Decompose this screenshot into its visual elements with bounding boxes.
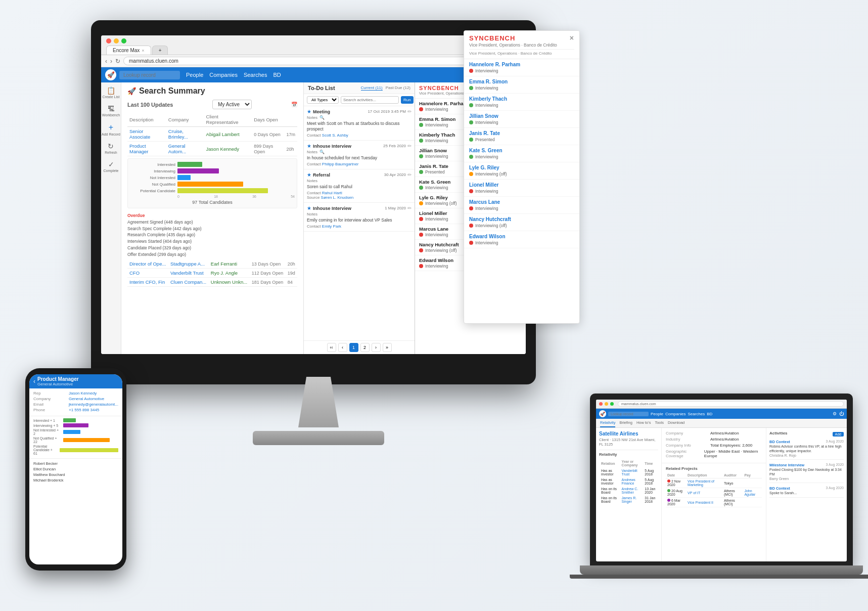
page-2-btn[interactable]: 2 bbox=[360, 343, 370, 352]
address-bar[interactable]: mammatus.cluen.com bbox=[123, 57, 495, 65]
syncbench-person-name[interactable]: Janis R. Tate bbox=[469, 130, 574, 136]
syncbench-person-name[interactable]: Marcus Lane bbox=[469, 199, 574, 205]
current-tab[interactable]: Current (11) bbox=[361, 85, 383, 91]
refresh-btn[interactable]: ↻ Refresh bbox=[105, 142, 117, 154]
row1-description[interactable]: Senior Associate bbox=[129, 128, 150, 140]
extra-row2-company[interactable]: Vanderbilt Trust bbox=[170, 270, 204, 276]
laptop-nav-companies[interactable]: Companies bbox=[665, 412, 686, 416]
next-last-btn[interactable]: » bbox=[383, 343, 392, 352]
syncbench-person-name[interactable]: Hannelore R. Parham bbox=[469, 62, 574, 67]
contact-link-4[interactable]: Emily Park bbox=[322, 224, 341, 229]
extra-row3-company[interactable]: Cluen Compan... bbox=[170, 279, 206, 285]
nav-searches[interactable]: Searches bbox=[244, 72, 267, 78]
laptop-nav-bd[interactable]: BD bbox=[707, 412, 712, 416]
row1-company[interactable]: Cruise, Brimley... bbox=[168, 128, 188, 140]
laptop-power-icon[interactable]: ⏻ bbox=[839, 411, 844, 416]
row2-company[interactable]: General Autom... bbox=[168, 143, 186, 154]
phone-back-btn[interactable]: ‹ bbox=[33, 378, 35, 385]
syncbench-ext-close-btn[interactable]: × bbox=[570, 34, 574, 42]
syncbench-person-name[interactable]: Kate S. Green bbox=[469, 148, 574, 153]
laptop-tab-briefing[interactable]: Briefing bbox=[619, 419, 632, 427]
contact-link-3[interactable]: Rahul Hartl bbox=[322, 191, 342, 195]
type-filter-select[interactable]: All Types bbox=[307, 96, 339, 104]
laptop-close-dot[interactable] bbox=[599, 402, 603, 406]
laptop-tab-tools[interactable]: Tools bbox=[655, 419, 664, 427]
row2-description[interactable]: Product Manager bbox=[129, 143, 149, 154]
maximize-dot[interactable] bbox=[121, 38, 126, 43]
workbench-btn[interactable]: 🏗 Workbench bbox=[102, 105, 120, 117]
laptop-tab-relativity[interactable]: Relativity bbox=[600, 419, 615, 427]
create-list-btn[interactable]: 📋 Create List bbox=[103, 86, 120, 99]
add-record-btn[interactable]: + Add Record bbox=[102, 123, 120, 136]
past-due-tab[interactable]: Past Due (12) bbox=[386, 85, 410, 91]
rel-company-2[interactable]: Andrews Finance bbox=[622, 478, 635, 485]
syncbench-person-name[interactable]: Lyle G. Riley bbox=[469, 165, 574, 170]
status-label-desktop: Interviewing (off) bbox=[425, 248, 457, 253]
row1-rep[interactable]: Abigail Lambert bbox=[206, 132, 240, 137]
extra-row2-desc[interactable]: CFO bbox=[129, 270, 140, 276]
filter-dropdown[interactable]: My Active bbox=[212, 100, 252, 109]
contact-link-2[interactable]: Philipp Baumgartner bbox=[322, 162, 358, 166]
rel-company-3[interactable]: Andrew C. Smither bbox=[622, 487, 638, 494]
browser-traffic-lights bbox=[106, 38, 521, 43]
proj-desc-2[interactable]: VP of IT bbox=[688, 491, 700, 495]
extra-row3-desc[interactable]: Interim CFO, Fin bbox=[129, 279, 165, 285]
syncbench-person-name[interactable]: Edward Wilson bbox=[469, 234, 574, 239]
nav-people[interactable]: People bbox=[186, 72, 203, 78]
active-tab[interactable]: Encore Max × bbox=[106, 46, 151, 55]
edit-icon-2[interactable]: ✏ bbox=[407, 143, 412, 149]
extra-row1-company[interactable]: Stadtgruppe A... bbox=[170, 261, 205, 267]
todo-search-input[interactable] bbox=[341, 96, 399, 104]
lookup-input[interactable] bbox=[119, 71, 180, 79]
syncbench-person-name[interactable]: Kimberly Thach bbox=[469, 96, 574, 102]
run-button[interactable]: Run bbox=[401, 96, 414, 104]
source-link-3[interactable]: Søren L. Knudsen bbox=[321, 195, 353, 200]
new-tab-btn[interactable]: + bbox=[152, 46, 168, 55]
syncbench-person-name[interactable]: Nancy Hutchcraft bbox=[469, 216, 574, 222]
extra-row1-rep[interactable]: Earl Ferranti bbox=[211, 261, 237, 267]
laptop-nav-people[interactable]: People bbox=[651, 412, 663, 416]
syncbench-person-name[interactable]: Emma R. Simon bbox=[469, 79, 574, 84]
proj-desc-3[interactable]: Vice President II bbox=[688, 501, 713, 504]
laptop-company-name[interactable]: Satellite Airlines bbox=[599, 431, 658, 437]
complete-btn[interactable]: ✓ Complete bbox=[104, 160, 119, 172]
rel-company-1[interactable]: Vanderbilt Trust bbox=[622, 469, 637, 476]
proj-col-pay: Pay bbox=[743, 472, 762, 478]
rel-company-4[interactable]: James R. Singer bbox=[622, 496, 637, 503]
laptop-address-bar[interactable]: mammatus.cluen.com bbox=[618, 401, 844, 407]
refresh-button[interactable]: ↻ bbox=[115, 58, 120, 65]
syncbench-person-name[interactable]: Lionel Miller bbox=[469, 182, 574, 188]
prev-page-btn[interactable]: ‹‹ bbox=[327, 343, 336, 352]
back-button[interactable]: ‹ bbox=[105, 58, 107, 65]
nav-companies[interactable]: Companies bbox=[209, 72, 238, 78]
laptop-nav-searches[interactable]: Searches bbox=[688, 412, 705, 416]
forward-button[interactable]: › bbox=[110, 58, 112, 65]
laptop-tab-download[interactable]: Download bbox=[668, 419, 684, 427]
extra-row3-rep[interactable]: Unknown Unkn... bbox=[211, 279, 247, 285]
edit-icon-3[interactable]: ✏ bbox=[407, 172, 412, 178]
edit-icon-4[interactable]: ✏ bbox=[407, 205, 412, 211]
proj-desc-1[interactable]: Vice President of Marketing bbox=[688, 479, 714, 487]
syncbench-person-name[interactable]: Jillian Snow bbox=[469, 113, 574, 119]
close-dot[interactable] bbox=[106, 38, 111, 43]
edit-icon-1[interactable]: ✏ bbox=[407, 109, 412, 114]
tab-close[interactable]: × bbox=[142, 48, 144, 53]
nav-bd[interactable]: BD bbox=[273, 72, 281, 78]
next-btn[interactable]: › bbox=[372, 343, 381, 352]
calendar-icon[interactable]: 📅 bbox=[291, 102, 297, 107]
laptop-tab-howto[interactable]: How to's bbox=[636, 419, 651, 427]
laptop-settings-icon[interactable]: ⚙ bbox=[833, 411, 837, 416]
extra-row2-rep[interactable]: Ryo J. Angle bbox=[211, 270, 238, 276]
page-1-btn[interactable]: 1 bbox=[349, 343, 358, 352]
status-dot bbox=[469, 206, 473, 210]
minimize-dot[interactable] bbox=[114, 38, 119, 43]
laptop-max-dot[interactable] bbox=[610, 402, 614, 406]
laptop-min-dot[interactable] bbox=[605, 402, 608, 406]
add-activity-btn[interactable]: Add bbox=[833, 432, 844, 437]
laptop-search-input[interactable] bbox=[608, 412, 649, 416]
proj-person-2[interactable]: John Aguilar bbox=[744, 489, 755, 496]
row2-rep[interactable]: Jason Kennedy bbox=[206, 146, 240, 152]
prev-btn[interactable]: ‹ bbox=[338, 343, 347, 352]
contact-link-1[interactable]: Scott S. Ashby bbox=[322, 133, 348, 138]
extra-row1-desc[interactable]: Director of Ope... bbox=[129, 261, 166, 267]
